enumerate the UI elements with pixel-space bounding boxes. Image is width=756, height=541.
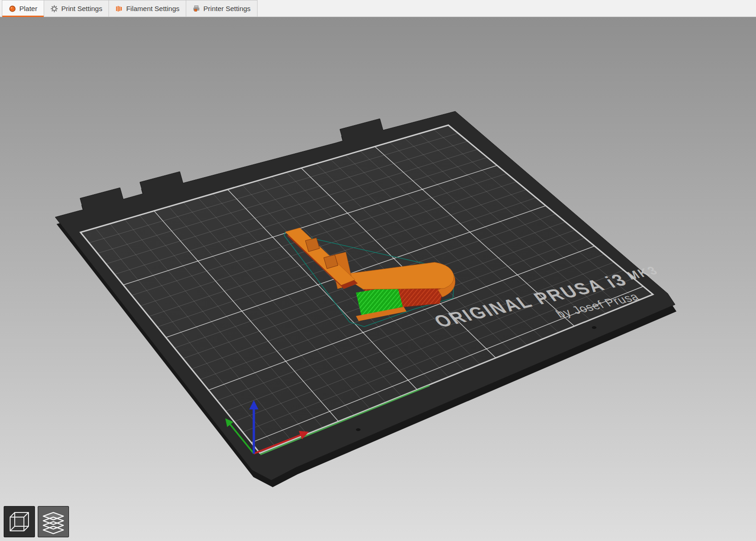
viewport-3d[interactable]: ORIGINAL PRUSA i3MK3 by Josef Prusa bbox=[0, 17, 756, 541]
tab-printer-settings[interactable]: Printer Settings bbox=[186, 0, 258, 17]
tab-print-settings[interactable]: Print Settings bbox=[44, 0, 109, 17]
layers-icon bbox=[38, 506, 69, 537]
tab-label: Print Settings bbox=[61, 5, 102, 12]
gear-icon bbox=[51, 5, 58, 12]
view-3d-button[interactable] bbox=[4, 506, 35, 537]
cube-3d-icon bbox=[4, 506, 35, 537]
view-layers-button[interactable] bbox=[38, 506, 69, 537]
plater-icon bbox=[9, 5, 16, 12]
printer-icon bbox=[193, 5, 200, 12]
tab-bar: Plater Print bbox=[0, 0, 756, 17]
tab-plater[interactable]: Plater bbox=[2, 0, 44, 17]
bed-screw-hole bbox=[592, 326, 596, 329]
filament-icon bbox=[115, 5, 123, 12]
tab-label: Plater bbox=[19, 5, 37, 12]
view-mode-switch bbox=[4, 506, 69, 537]
bed-screw-hole bbox=[356, 428, 361, 431]
tab-label: Filament Settings bbox=[126, 5, 179, 12]
slicer-app: Plater Print bbox=[0, 0, 756, 541]
scene-canvas: ORIGINAL PRUSA i3MK3 by Josef Prusa bbox=[0, 17, 756, 541]
tab-label: Printer Settings bbox=[203, 5, 251, 12]
tab-filament-settings[interactable]: Filament Settings bbox=[109, 0, 186, 17]
